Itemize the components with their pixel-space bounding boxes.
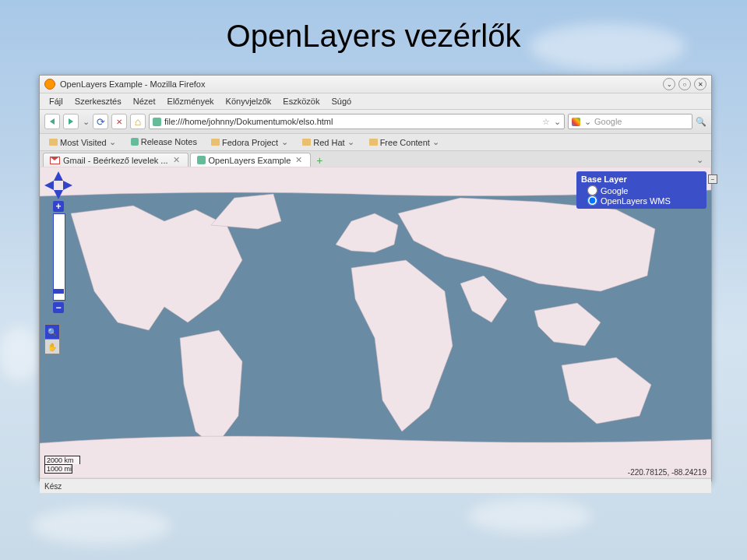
tab-close-button[interactable]: ✕ [294, 155, 304, 165]
status-text: Kész [44, 482, 62, 491]
site-identity-icon[interactable] [153, 118, 161, 126]
bookmark-release-notes[interactable]: Release Notes [126, 136, 202, 148]
search-engine-dropdown[interactable]: ⌄ [583, 117, 591, 127]
url-text[interactable]: file:///home/johnny/Dokumentumok/elso.ht… [164, 117, 539, 126]
folder-icon [211, 139, 220, 146]
tab-label: OpenLayers Example [209, 156, 291, 165]
window-minimize-button[interactable]: ⌄ [663, 78, 675, 90]
window-maximize-button[interactable]: ○ [678, 78, 691, 90]
statusbar: Kész [40, 478, 711, 493]
zoom-slider-handle[interactable] [53, 289, 64, 294]
folder-icon [49, 139, 58, 146]
tab-gmail[interactable]: Gmail - Beérkező levelek ... ✕ [43, 153, 189, 167]
new-tab-button[interactable]: + [312, 154, 326, 167]
tab-label: Gmail - Beérkező levelek ... [63, 156, 168, 165]
layer-switcher-title: Base Layer [581, 174, 702, 184]
folder-icon [302, 139, 311, 146]
firefox-icon [44, 79, 55, 90]
zoom-box-tool[interactable] [45, 325, 59, 340]
openlayers-icon [197, 156, 206, 164]
reload-button[interactable] [93, 114, 108, 129]
menu-history[interactable]: Előzmények [163, 95, 219, 107]
window-titlebar[interactable]: OpenLayers Example - Mozilla Firefox ⌄ ○… [40, 76, 711, 93]
search-go-button[interactable]: 🔍 [696, 116, 706, 127]
mouse-position-control: -220.78125, -88.24219 [628, 468, 706, 477]
page-content: + − − Base Layer Google OpenLayers WMS 2… [40, 167, 711, 478]
menubar: Fájl Szerkesztés Nézet Előzmények Könyvj… [40, 93, 711, 110]
bookmark-star-icon[interactable]: ☆ [542, 117, 550, 127]
scale-line-bottom: 1000 mi [44, 464, 72, 474]
gmail-icon [50, 157, 60, 164]
menu-view[interactable]: Nézet [129, 95, 160, 107]
bookmarks-toolbar: Most Visited⌄ Release Notes Fedora Proje… [40, 134, 711, 151]
menu-bookmarks[interactable]: Könyvjelzők [221, 95, 277, 107]
zoom-out-button[interactable]: − [53, 302, 64, 313]
url-bar[interactable]: file:///home/johnny/Dokumentumok/elso.ht… [149, 114, 565, 129]
tab-close-button[interactable]: ✕ [171, 155, 181, 165]
scale-line-control: 2000 km 1000 mi [44, 456, 80, 474]
pan-east-button[interactable] [63, 181, 72, 190]
menu-help[interactable]: Súgó [326, 95, 356, 107]
zoom-slider-track[interactable] [53, 213, 65, 301]
firefox-window: OpenLayers Example - Mozilla Firefox ⌄ ○… [39, 75, 712, 481]
layer-switcher-collapse-button[interactable]: − [708, 174, 717, 184]
home-button[interactable] [130, 114, 146, 129]
tab-openlayers[interactable]: OpenLayers Example ✕ [190, 153, 312, 167]
pan-west-button[interactable] [44, 181, 54, 190]
scale-line-top: 2000 km [44, 456, 80, 464]
history-dropdown[interactable]: ⌄ [82, 117, 90, 127]
bookmark-most-visited[interactable]: Most Visited⌄ [44, 136, 122, 149]
window-title: OpenLayers Example - Mozilla Firefox [60, 79, 205, 89]
nav-toolbar-control [44, 324, 60, 354]
layer-option-google[interactable]: Google [581, 185, 702, 195]
forward-button[interactable] [63, 114, 79, 129]
openlayers-map[interactable]: + − − Base Layer Google OpenLayers WMS 2… [40, 167, 711, 478]
page-icon [131, 138, 139, 146]
menu-file[interactable]: Fájl [44, 95, 68, 107]
tabs-dropdown[interactable]: ⌄ [692, 153, 708, 167]
pan-zoom-control: + − [44, 171, 72, 313]
bookmark-red-hat[interactable]: Red Hat⌄ [298, 136, 359, 149]
pan-tool[interactable] [45, 340, 59, 354]
search-bar[interactable]: ⌄ Google [568, 114, 692, 129]
layer-option-openlayers-wms[interactable]: OpenLayers WMS [581, 195, 702, 206]
pan-north-button[interactable] [54, 171, 63, 181]
menu-tools[interactable]: Eszközök [278, 95, 324, 107]
folder-icon [369, 139, 378, 146]
bookmark-fedora-project[interactable]: Fedora Project⌄ [206, 136, 293, 149]
search-input[interactable]: Google [594, 117, 689, 126]
nav-toolbar: ⌄ file:///home/johnny/Dokumentumok/elso.… [40, 110, 711, 134]
bookmark-free-content[interactable]: Free Content⌄ [365, 136, 445, 149]
pan-south-button[interactable] [54, 190, 63, 199]
back-button[interactable] [44, 114, 60, 129]
search-engine-icon[interactable] [572, 118, 580, 126]
stop-button[interactable] [111, 114, 127, 129]
zoom-in-button[interactable]: + [53, 201, 64, 212]
tabs-bar: Gmail - Beérkező levelek ... ✕ OpenLayer… [40, 151, 711, 167]
layer-switcher-control: − Base Layer Google OpenLayers WMS [576, 171, 706, 209]
window-close-button[interactable]: ✕ [694, 78, 706, 90]
url-dropdown[interactable]: ⌄ [553, 117, 561, 127]
menu-edit[interactable]: Szerkesztés [70, 95, 126, 107]
